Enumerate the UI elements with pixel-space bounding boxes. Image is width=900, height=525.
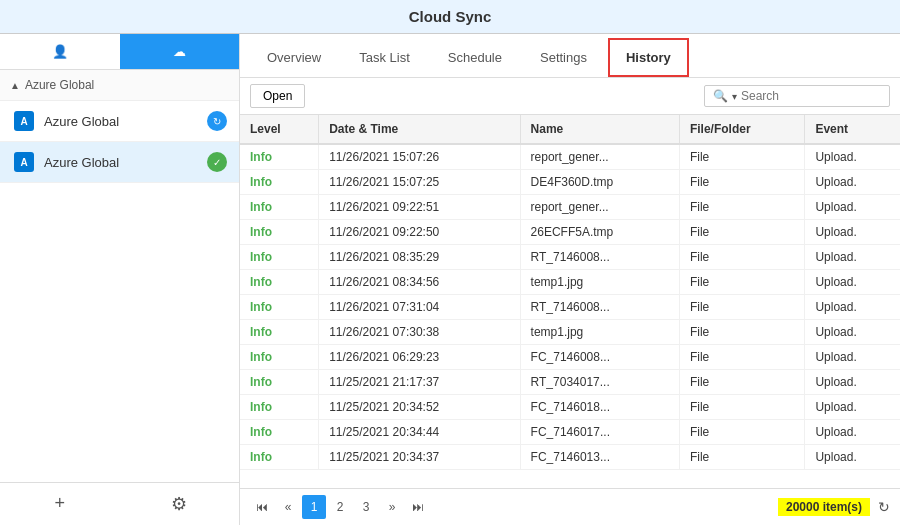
cell-name-7: temp1.jpg (520, 320, 679, 345)
cloud-icon: ☁ (173, 44, 186, 59)
cell-datetime-6: 11/26/2021 07:31:04 (319, 295, 520, 320)
search-icon: 🔍 (713, 89, 728, 103)
cell-datetime-11: 11/25/2021 20:34:44 (319, 420, 520, 445)
tab-overview-label: Overview (267, 50, 321, 65)
table-row[interactable]: Info 11/26/2021 06:29:23 FC_7146008... F… (240, 345, 900, 370)
cell-name-5: temp1.jpg (520, 270, 679, 295)
table-row[interactable]: Info 11/26/2021 08:34:56 temp1.jpg File … (240, 270, 900, 295)
cell-filefolder-0: File (679, 144, 805, 170)
col-name: Name (520, 115, 679, 144)
cell-name-3: 26ECFF5A.tmp (520, 220, 679, 245)
check-badge-2: ✓ (207, 152, 227, 172)
tab-history-label: History (626, 50, 671, 65)
page-2-button[interactable]: 2 (328, 495, 352, 519)
cell-event-12: Upload. (805, 445, 900, 470)
sidebar-item-azure-2[interactable]: A Azure Global ✓ (0, 142, 239, 183)
app-title: Cloud Sync (409, 8, 492, 25)
cell-datetime-7: 11/26/2021 07:30:38 (319, 320, 520, 345)
cell-filefolder-4: File (679, 245, 805, 270)
cell-filefolder-12: File (679, 445, 805, 470)
sidebar-item-label-2: Azure Global (44, 155, 207, 170)
cell-datetime-2: 11/26/2021 09:22:51 (319, 195, 520, 220)
table-row[interactable]: Info 11/26/2021 07:30:38 temp1.jpg File … (240, 320, 900, 345)
table-row[interactable]: Info 11/26/2021 15:07:26 report_gener...… (240, 144, 900, 170)
tab-settings-label: Settings (540, 50, 587, 65)
cell-event-3: Upload. (805, 220, 900, 245)
first-page-button[interactable]: ⏮ (250, 495, 274, 519)
cell-level-2: Info (240, 195, 319, 220)
cell-event-4: Upload. (805, 245, 900, 270)
next-page-button[interactable]: » (380, 495, 404, 519)
sidebar-tab-cloud[interactable]: ☁ (120, 34, 240, 69)
cell-datetime-4: 11/26/2021 08:35:29 (319, 245, 520, 270)
tab-tasklist[interactable]: Task List (342, 39, 427, 76)
cell-datetime-1: 11/26/2021 15:07:25 (319, 170, 520, 195)
cell-name-10: FC_7146018... (520, 395, 679, 420)
table-row[interactable]: Info 11/25/2021 21:17:37 RT_7034017... F… (240, 370, 900, 395)
cell-level-0: Info (240, 144, 319, 170)
cell-datetime-9: 11/25/2021 21:17:37 (319, 370, 520, 395)
table-row[interactable]: Info 11/25/2021 20:34:37 FC_7146013... F… (240, 445, 900, 470)
cell-event-11: Upload. (805, 420, 900, 445)
sidebar-group-label-text: Azure Global (25, 78, 94, 92)
page-3-button[interactable]: 3 (354, 495, 378, 519)
cell-level-8: Info (240, 345, 319, 370)
tab-overview[interactable]: Overview (250, 39, 338, 76)
title-bar: Cloud Sync (0, 0, 900, 34)
refresh-button[interactable]: ↻ (878, 499, 890, 515)
cell-level-7: Info (240, 320, 319, 345)
add-button[interactable]: + (0, 483, 120, 525)
items-count-area: 20000 item(s) ↻ (778, 498, 890, 516)
table-row[interactable]: Info 11/26/2021 08:35:29 RT_7146008... F… (240, 245, 900, 270)
cell-datetime-12: 11/25/2021 20:34:37 (319, 445, 520, 470)
cell-level-11: Info (240, 420, 319, 445)
cell-datetime-10: 11/25/2021 20:34:52 (319, 395, 520, 420)
app-container: Cloud Sync 👤 ☁ ▲ Azure Global A (0, 0, 900, 525)
sidebar: 👤 ☁ ▲ Azure Global A Azure Global ↻ (0, 34, 240, 525)
search-input[interactable] (741, 89, 881, 103)
sidebar-group[interactable]: ▲ Azure Global (0, 70, 239, 101)
user-icon: 👤 (52, 44, 68, 59)
cell-event-0: Upload. (805, 144, 900, 170)
cell-filefolder-6: File (679, 295, 805, 320)
tab-schedule[interactable]: Schedule (431, 39, 519, 76)
cell-name-8: FC_7146008... (520, 345, 679, 370)
cell-level-1: Info (240, 170, 319, 195)
sync-badge-1: ↻ (207, 111, 227, 131)
sidebar-footer: + ⚙ (0, 482, 239, 525)
cell-name-0: report_gener... (520, 144, 679, 170)
cell-level-5: Info (240, 270, 319, 295)
sidebar-item-label-1: Azure Global (44, 114, 207, 129)
azure-icon-2: A (12, 150, 36, 174)
table-header-row: Level Date & Time Name File/Folder Event (240, 115, 900, 144)
settings-button[interactable]: ⚙ (120, 483, 240, 525)
cell-datetime-8: 11/26/2021 06:29:23 (319, 345, 520, 370)
content-area: Overview Task List Schedule Settings His… (240, 34, 900, 525)
table-row[interactable]: Info 11/26/2021 09:22:51 report_gener...… (240, 195, 900, 220)
table-row[interactable]: Info 11/26/2021 07:31:04 RT_7146008... F… (240, 295, 900, 320)
last-page-button[interactable]: ⏭ (406, 495, 430, 519)
settings-icon: ⚙ (171, 494, 187, 514)
table-row[interactable]: Info 11/25/2021 20:34:52 FC_7146018... F… (240, 395, 900, 420)
table-row[interactable]: Info 11/26/2021 09:22:50 26ECFF5A.tmp Fi… (240, 220, 900, 245)
col-level: Level (240, 115, 319, 144)
sidebar-item-azure-1[interactable]: A Azure Global ↻ (0, 101, 239, 142)
cell-name-11: FC_7146017... (520, 420, 679, 445)
cell-level-4: Info (240, 245, 319, 270)
page-1-button[interactable]: 1 (302, 495, 326, 519)
cell-event-9: Upload. (805, 370, 900, 395)
tab-history[interactable]: History (608, 38, 689, 77)
pagination: ⏮ « 1 2 3 » ⏭ 20000 item(s) ↻ (240, 488, 900, 525)
tab-schedule-label: Schedule (448, 50, 502, 65)
search-dropdown[interactable]: ▾ (732, 91, 737, 102)
table-row[interactable]: Info 11/26/2021 15:07:25 DE4F360D.tmp Fi… (240, 170, 900, 195)
toolbar-left: Open (250, 84, 305, 108)
prev-page-button[interactable]: « (276, 495, 300, 519)
table-row[interactable]: Info 11/25/2021 20:34:44 FC_7146017... F… (240, 420, 900, 445)
sidebar-tab-user[interactable]: 👤 (0, 34, 120, 69)
cell-event-2: Upload. (805, 195, 900, 220)
tab-settings[interactable]: Settings (523, 39, 604, 76)
open-button[interactable]: Open (250, 84, 305, 108)
cell-event-10: Upload. (805, 395, 900, 420)
pagination-controls: ⏮ « 1 2 3 » ⏭ (250, 495, 430, 519)
